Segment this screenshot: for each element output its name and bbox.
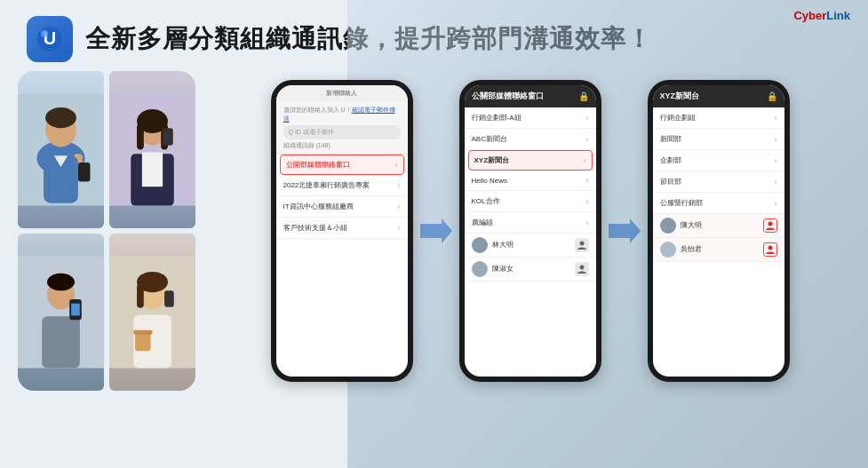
avatar xyxy=(660,242,676,258)
list-item[interactable]: 廣編組 › xyxy=(465,212,596,234)
svg-point-34 xyxy=(579,242,584,246)
svg-rect-8 xyxy=(78,163,91,181)
chevron-icon: › xyxy=(775,114,777,123)
person-row: 林大明 xyxy=(465,234,596,258)
chevron-icon: › xyxy=(775,156,777,165)
chevron-icon: › xyxy=(775,178,777,186)
list-item[interactable]: 2022北捷車廂行銷廣告專案 › xyxy=(276,175,408,196)
svg-point-2 xyxy=(41,30,48,37)
photo-woman-coffee xyxy=(109,234,195,391)
phone-1-hint: 邀請您的聯絡人加入 U！確認電子郵件傳送 xyxy=(283,106,401,123)
chevron-icon: › xyxy=(398,181,401,190)
phone-1-screen: 新增聯絡人 邀請您的聯絡人加入 U！確認電子郵件傳送 Q ID 或電子郵件 組織… xyxy=(276,85,408,377)
svg-rect-30 xyxy=(164,290,174,306)
phone-2: 公關部媒體聯絡窗口 🔒 行銷企劃部-A組 › ABC新聞台 › xyxy=(459,80,601,382)
lock-icon: 🔒 xyxy=(578,91,589,101)
phones-area: 新增聯絡人 邀請您的聯絡人加入 U！確認電子郵件傳送 Q ID 或電子郵件 組織… xyxy=(210,80,850,382)
avatar xyxy=(472,237,488,253)
phone-3-screen: XYZ新聞台 🔒 行銷企劃組 › 新聞部 › 企劃部 xyxy=(653,85,784,377)
phone-1-header: 邀請您的聯絡人加入 U！確認電子郵件傳送 Q ID 或電子郵件 組織通訊錄 (1… xyxy=(276,101,408,155)
chevron-icon: › xyxy=(586,176,589,185)
phone-3-list: 行銷企劃組 › 新聞部 › 企劃部 › 節目部 xyxy=(653,107,784,377)
phone-3-header: XYZ新聞台 🔒 xyxy=(653,85,784,107)
photo-woman-business xyxy=(109,71,195,228)
cyberlink-logo: CyberLink xyxy=(793,9,850,22)
chevron-icon: › xyxy=(775,199,777,208)
list-item[interactable]: 公服暨行銷部 › xyxy=(653,193,784,214)
person-row-highlighted: 吳怡君 xyxy=(653,238,784,262)
photo-young-man xyxy=(18,234,104,391)
list-item[interactable]: Hello News › xyxy=(465,171,596,191)
list-item[interactable]: 行銷企劃部-A組 › xyxy=(465,107,596,129)
phone-2-header: 公關部媒體聯絡窗口 🔒 xyxy=(465,85,596,107)
lock-icon: 🔒 xyxy=(767,91,777,101)
phone-1-subtitle: 組織通訊錄 (146) xyxy=(283,141,401,150)
chevron-icon: › xyxy=(586,197,589,206)
list-item[interactable]: IT資訊中心服務組廠商 › xyxy=(276,196,408,218)
chevron-icon: › xyxy=(395,161,398,170)
svg-rect-24 xyxy=(71,304,80,316)
phone-3: XYZ新聞台 🔒 行銷企劃組 › 新聞部 › 企劃部 xyxy=(648,80,790,382)
phone-2-list: 行銷企劃部-A組 › ABC新聞台 › XYZ新聞台 › xyxy=(465,107,596,377)
contact-action[interactable] xyxy=(575,238,589,252)
svg-point-37 xyxy=(768,222,772,226)
person-row-highlighted: 陳大明 xyxy=(653,214,784,238)
chevron-icon: › xyxy=(586,135,589,144)
chevron-icon: › xyxy=(398,202,401,211)
phone-1-search[interactable]: Q ID 或電子郵件 xyxy=(283,125,401,139)
cyberlink-prefix: Cyber xyxy=(793,9,826,22)
svg-rect-20 xyxy=(42,316,80,368)
chevron-icon: › xyxy=(775,135,777,144)
svg-point-6 xyxy=(45,107,76,128)
list-item-xyz[interactable]: XYZ新聞台 › xyxy=(468,150,593,171)
chevron-icon: › xyxy=(398,224,401,233)
contact-action-highlighted[interactable] xyxy=(763,242,777,257)
svg-rect-16 xyxy=(137,123,144,149)
phone-1: 新增聯絡人 邀請您的聯絡人加入 U！確認電子郵件傳送 Q ID 或電子郵件 組織… xyxy=(271,80,413,382)
phone-2-screen: 公關部媒體聯絡窗口 🔒 行銷企劃部-A組 › ABC新聞台 › xyxy=(465,85,596,377)
svg-rect-18 xyxy=(163,128,173,145)
svg-point-38 xyxy=(768,246,772,250)
list-item[interactable]: 行銷企劃組 › xyxy=(653,107,784,129)
svg-rect-32 xyxy=(133,330,152,335)
list-item[interactable]: KOL合作 › xyxy=(465,191,596,212)
svg-point-22 xyxy=(47,274,75,290)
svg-rect-31 xyxy=(135,332,150,351)
list-item[interactable]: 客戶技術支援＆小組 › xyxy=(276,218,408,239)
contact-action[interactable] xyxy=(575,262,589,276)
cyberlink-suffix: Link xyxy=(826,9,850,22)
avatar xyxy=(472,261,488,277)
app-icon: U xyxy=(27,16,73,62)
list-item[interactable]: 公開部媒體聯絡窗口 › xyxy=(280,155,404,175)
list-item[interactable]: 企劃部 › xyxy=(653,150,784,171)
list-item[interactable]: ABC新聞台 › xyxy=(465,129,596,150)
chevron-icon: › xyxy=(584,156,586,165)
photo-man-sitting xyxy=(18,71,104,228)
phone-1-list: 公開部媒體聯絡窗口 › 2022北捷車廂行銷廣告專案 › IT資訊中心服務組廠商… xyxy=(276,155,408,377)
svg-rect-29 xyxy=(137,283,144,307)
chevron-icon: › xyxy=(586,218,589,227)
phone-1-status: 新增聯絡人 xyxy=(276,85,408,101)
avatar xyxy=(660,218,676,234)
chevron-icon: › xyxy=(586,114,589,123)
photo-collage xyxy=(18,71,195,391)
contact-action-highlighted[interactable] xyxy=(763,218,777,233)
list-item[interactable]: 新聞部 › xyxy=(653,129,784,150)
svg-rect-13 xyxy=(142,152,163,186)
svg-point-35 xyxy=(579,266,584,270)
person-row: 陳淑女 xyxy=(465,258,596,282)
list-item[interactable]: 節目部 › xyxy=(653,171,784,193)
